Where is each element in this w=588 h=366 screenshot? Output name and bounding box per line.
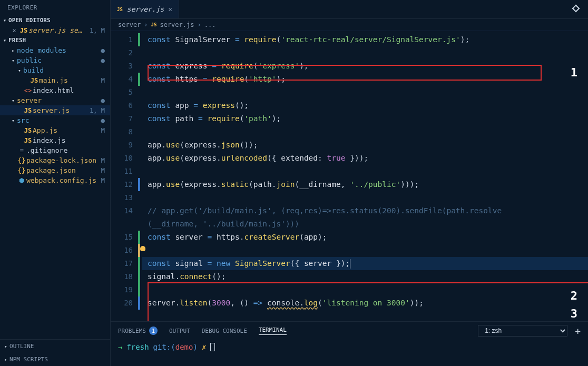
panel-actions: 1: zsh + xyxy=(478,325,581,337)
code-line[interactable] xyxy=(142,283,588,296)
code-line[interactable]: const app = express(); xyxy=(142,99,588,112)
code-line[interactable]: server.listen(3000, () => console.log('l… xyxy=(142,296,588,310)
code-line[interactable]: app.use(express.urlencoded({ extended: t… xyxy=(142,152,588,165)
tab-server-js[interactable]: JS server.js × xyxy=(111,0,179,18)
modified-dot-icon: ● xyxy=(101,46,110,54)
file-item[interactable]: {}package.jsonM xyxy=(0,165,110,175)
git-status: M xyxy=(101,177,110,184)
file-item[interactable]: ≡.gitignore xyxy=(0,145,110,155)
open-editor-status: 1, M xyxy=(90,27,110,34)
problems-badge: 1 xyxy=(149,327,158,335)
js-icon: JS xyxy=(19,27,28,34)
code-line[interactable]: const path = require('path'); xyxy=(142,112,588,125)
chevron-down-icon: ▾ xyxy=(9,58,17,63)
file-item[interactable]: JSApp.jsM xyxy=(0,125,110,135)
panel-tabs: PROBLEMS 1 OUTPUT DEBUG CONSOLE TERMINAL… xyxy=(111,322,588,340)
code-line[interactable]: const https = require('http'); xyxy=(142,73,588,86)
code-line[interactable]: const express = require('express'); xyxy=(142,60,588,73)
open-editors-section[interactable]: ▾ OPEN EDITORS xyxy=(0,15,110,25)
tree-item-label: webpack.config.js xyxy=(26,176,101,184)
breadcrumb-more[interactable]: ... xyxy=(204,21,216,28)
js-icon: JS xyxy=(151,22,157,27)
tree-item-label: build xyxy=(23,66,110,74)
code-line[interactable] xyxy=(142,46,588,60)
project-section[interactable]: ▾ FRESH xyxy=(0,35,110,45)
breadcrumb[interactable]: server › JS server.js › ... xyxy=(111,19,588,31)
prompt-git-close: ) xyxy=(193,343,197,351)
file-item[interactable]: JSmain.jsM xyxy=(0,75,110,85)
project-name: FRESH xyxy=(8,37,26,44)
prompt-project: fresh xyxy=(126,343,149,351)
tab-problems[interactable]: PROBLEMS 1 xyxy=(118,327,158,335)
code-line[interactable] xyxy=(142,86,588,99)
chevron-right-icon: ▸ xyxy=(9,48,17,53)
terminal-cursor xyxy=(210,343,215,351)
npm-scripts-label: NPM SCRIPTS xyxy=(9,356,48,363)
annotation-label-1: 1 xyxy=(571,66,577,79)
open-editors-label: OPEN EDITORS xyxy=(8,17,50,24)
code-line[interactable]: const signal = new SignalServer({ server… xyxy=(142,257,588,270)
chevron-right-icon: › xyxy=(197,21,201,28)
close-icon[interactable]: × xyxy=(168,5,172,13)
open-editor-item[interactable]: × JS server.js se… 1, M xyxy=(0,25,110,35)
git-status: M xyxy=(101,127,110,134)
line-gutter: 1234567891011121314151617181920 xyxy=(111,31,142,321)
code-line[interactable]: (__dirname, '../build/main.js'))) xyxy=(142,217,588,231)
breadcrumb-file[interactable]: server.js xyxy=(160,21,194,28)
chevron-right-icon: ▸ xyxy=(4,343,7,349)
folder-item[interactable]: ▸node_modules● xyxy=(0,45,110,55)
code-editor[interactable]: 1234567891011121314151617181920 const Si… xyxy=(111,31,588,321)
breadcrumb-folder[interactable]: server xyxy=(118,21,141,28)
tree-item-label: index.js xyxy=(33,136,110,144)
code-line[interactable] xyxy=(142,125,588,139)
terminal-select[interactable]: 1: zsh xyxy=(478,325,567,337)
prompt-branch: demo xyxy=(175,343,193,351)
modified-dot-icon: ● xyxy=(101,96,110,104)
code-line[interactable]: signal.connect(); xyxy=(142,270,588,283)
git-status: 1, M xyxy=(90,107,110,114)
terminal[interactable]: → fresh git:(demo) ✗ xyxy=(111,340,588,366)
npm-scripts-section[interactable]: ▸ NPM SCRIPTS xyxy=(0,353,110,366)
tree-item-label: .gitignore xyxy=(26,146,110,154)
code-line[interactable]: const server = https.createServer(app); xyxy=(142,231,588,244)
js-icon: JS xyxy=(117,7,123,12)
lightbulb-icon[interactable] xyxy=(140,246,145,251)
file-item[interactable]: JSindex.js xyxy=(0,135,110,145)
close-icon[interactable]: × xyxy=(9,27,19,34)
code-line[interactable] xyxy=(142,165,588,178)
chevron-down-icon: ▾ xyxy=(16,68,23,73)
file-item[interactable]: JSserver.js1, M xyxy=(0,105,110,115)
explorer-title: EXPLORER xyxy=(0,0,110,15)
file-item[interactable]: <>index.html xyxy=(0,85,110,95)
outline-section[interactable]: ▸ OUTLINE xyxy=(0,340,110,353)
open-editor-filename: server.js se… xyxy=(28,26,90,34)
code-line[interactable]: // app.get('/build/main.js', (req,res)=>… xyxy=(142,204,588,217)
folder-item[interactable]: ▾public● xyxy=(0,55,110,65)
tree-item-label: src xyxy=(17,116,101,124)
file-item[interactable]: ⬢webpack.config.jsM xyxy=(0,175,110,185)
tab-output[interactable]: OUTPUT xyxy=(169,328,190,334)
annotation-label-2: 2 xyxy=(571,289,577,302)
tab-terminal[interactable]: TERMINAL xyxy=(259,327,287,335)
tab-debug-console[interactable]: DEBUG CONSOLE xyxy=(202,328,247,334)
folder-item[interactable]: ▾server● xyxy=(0,95,110,105)
code-line[interactable]: const SignalServer = require('react-rtc-… xyxy=(142,33,588,46)
folder-item[interactable]: ▾src● xyxy=(0,115,110,125)
code-content[interactable]: const SignalServer = require('react-rtc-… xyxy=(142,31,588,321)
code-line[interactable]: app.use(express.json()); xyxy=(142,139,588,152)
chevron-down-icon: ▾ xyxy=(3,37,6,43)
folder-item[interactable]: ▾build xyxy=(0,65,110,75)
file-item[interactable]: {}package-lock.jsonM xyxy=(0,155,110,165)
git-status: M xyxy=(101,157,110,164)
new-terminal-button[interactable]: + xyxy=(575,325,581,337)
code-line[interactable]: app.use(express.static(path.join(__dirna… xyxy=(142,178,588,191)
chevron-right-icon: ▸ xyxy=(4,357,7,362)
code-line[interactable] xyxy=(142,244,588,257)
tab-bar: JS server.js × xyxy=(111,0,588,19)
tree-item-label: public xyxy=(17,56,101,64)
editor-actions[interactable] xyxy=(571,4,588,15)
split-icon[interactable] xyxy=(571,4,581,13)
code-line[interactable] xyxy=(142,191,588,204)
tab-filename: server.js xyxy=(127,5,164,13)
annotation-label-3: 3 xyxy=(571,307,577,320)
